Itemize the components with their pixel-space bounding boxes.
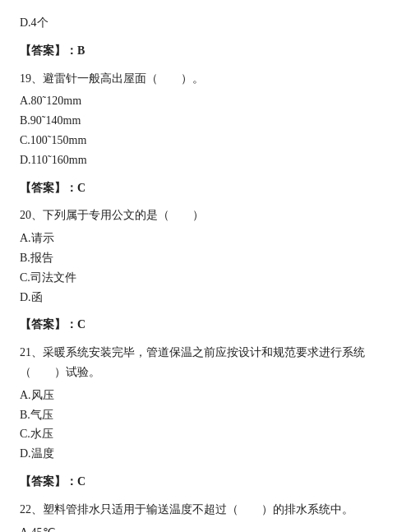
question-20-option-d: D.函 [20, 288, 391, 308]
answer-21: 【答案】：C [20, 472, 391, 492]
question-20-text: 20、下列属于专用公文的是（ ） [20, 206, 391, 225]
question-22-option-a: A.45℃ [20, 523, 391, 532]
question-19-option-b: B.90˜140mm [20, 111, 391, 131]
answer-20: 【答案】：C [20, 315, 391, 335]
question-19-option-c: C.100˜150mm [20, 131, 391, 150]
question-19-text: 19、避雷针一般高出屋面（ ）。 [20, 69, 391, 89]
option-d4: D.4个 [20, 13, 391, 33]
answer-18-text: 【答案】：B [20, 44, 85, 57]
answer-19: 【答案】：C [20, 178, 391, 198]
answer-20-text: 【答案】：C [20, 318, 85, 331]
question-21-option-d: D.温度 [20, 444, 391, 464]
question-20-option-b: B.报告 [20, 248, 391, 268]
answer-19-text: 【答案】：C [20, 182, 85, 194]
option-d4-text: D.4个 [20, 16, 48, 29]
question-19-option-a: A.80˜120mm [20, 91, 391, 111]
question-22: 22、塑料管排水只适用于输送温度不超过（ ）的排水系统中。 A.45℃ B.50… [20, 500, 391, 532]
question-21-option-c: C.水压 [20, 424, 391, 444]
question-20-option-a: A.请示 [20, 229, 391, 248]
content-area: D.4个 【答案】：B 19、避雷针一般高出屋面（ ）。 A.80˜120mm … [20, 13, 391, 532]
question-19: 19、避雷针一般高出屋面（ ）。 A.80˜120mm B.90˜140mm C… [20, 69, 391, 170]
question-19-option-d: D.110˜160mm [20, 150, 391, 170]
answer-18: 【答案】：B [20, 41, 391, 61]
question-20: 20、下列属于专用公文的是（ ） A.请示 B.报告 C.司法文件 D.函 [20, 206, 391, 307]
question-21: 21、采暖系统安装完毕，管道保温之前应按设计和规范要求进行系统（ ）试验。 A.… [20, 343, 391, 464]
question-20-option-c: C.司法文件 [20, 268, 391, 288]
answer-21-text: 【答案】：C [20, 475, 85, 488]
question-21-option-a: A.风压 [20, 386, 391, 405]
question-21-text: 21、采暖系统安装完毕，管道保温之前应按设计和规范要求进行系统（ ）试验。 [20, 343, 391, 382]
question-21-option-b: B.气压 [20, 405, 391, 425]
question-22-text: 22、塑料管排水只适用于输送温度不超过（ ）的排水系统中。 [20, 500, 391, 520]
